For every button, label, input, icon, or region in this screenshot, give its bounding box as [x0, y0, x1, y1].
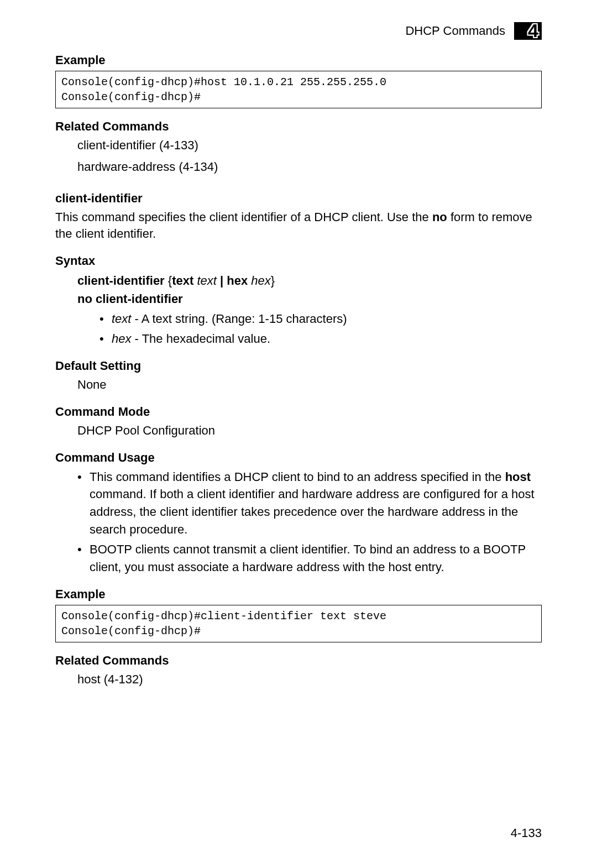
syntax-line-1: client-identifier {text text | hex hex} [77, 271, 542, 290]
syntax-bar: | [217, 274, 227, 287]
command-mode-value: DHCP Pool Configuration [77, 422, 542, 440]
example-heading: Example [55, 53, 542, 67]
param-desc: - The hexadecimal value. [131, 332, 270, 346]
syntax-arg-text: text [193, 274, 217, 287]
syntax-heading: Syntax [55, 254, 542, 268]
example-heading-2: Example [55, 587, 542, 602]
param-name: hex [112, 332, 131, 346]
related-command-link: host (4-132) [77, 671, 542, 688]
syntax-no-form: no client-identifier [77, 292, 183, 306]
related-commands-heading: Related Commands [55, 119, 542, 134]
desc-pre: This command specifies the client identi… [55, 210, 432, 224]
page-header: DHCP Commands [55, 22, 542, 40]
related-command-link: client-identifier (4-133) [77, 137, 542, 154]
usage-list: This command identifies a DHCP client to… [77, 468, 542, 576]
code-example-1: Console(config-dhcp)#host 10.1.0.21 255.… [55, 71, 542, 108]
syntax-param-item: text - A text string. (Range: 1-15 chara… [100, 310, 542, 328]
syntax-kw-hex: hex [227, 274, 248, 287]
syntax-param-item: hex - The hexadecimal value. [100, 330, 542, 348]
chapter-badge-icon [514, 22, 542, 40]
usage-item: This command identifies a DHCP client to… [77, 468, 542, 539]
usage-item: BOOTP clients cannot transmit a client i… [77, 541, 542, 576]
syntax-cmd: client-identifier [77, 274, 165, 287]
syntax-arg-hex: hex [248, 274, 271, 287]
page-number: 4-133 [511, 826, 542, 840]
command-description: This command specifies the client identi… [55, 209, 542, 243]
syntax-line-2: no client-identifier [77, 290, 542, 308]
syntax-brace-open: { [165, 274, 172, 287]
default-setting-heading: Default Setting [55, 359, 542, 373]
command-usage-heading: Command Usage [55, 451, 542, 465]
param-desc: - A text string. (Range: 1-15 characters… [131, 312, 347, 326]
param-name: text [112, 312, 131, 326]
usage-post: command. If both a client identifier and… [90, 487, 535, 536]
header-title: DHCP Commands [405, 24, 505, 38]
related-command-link: hardware-address (4-134) [77, 159, 542, 176]
related-commands-heading-2: Related Commands [55, 653, 542, 668]
desc-no-bold: no [432, 210, 447, 224]
usage-text: BOOTP clients cannot transmit a client i… [90, 542, 526, 574]
syntax-brace-close: } [271, 274, 275, 287]
page: DHCP Commands Example Console(config-dhc… [0, 0, 597, 868]
default-setting-value: None [77, 377, 542, 394]
command-name-heading: client-identifier [55, 191, 542, 206]
syntax-param-list: text - A text string. (Range: 1-15 chara… [100, 310, 542, 348]
command-mode-heading: Command Mode [55, 405, 542, 419]
usage-host-bold: host [505, 470, 531, 484]
usage-pre: This command identifies a DHCP client to… [90, 470, 505, 484]
syntax-kw-text: text [172, 274, 193, 287]
code-example-2: Console(config-dhcp)#client-identifier t… [55, 605, 542, 642]
